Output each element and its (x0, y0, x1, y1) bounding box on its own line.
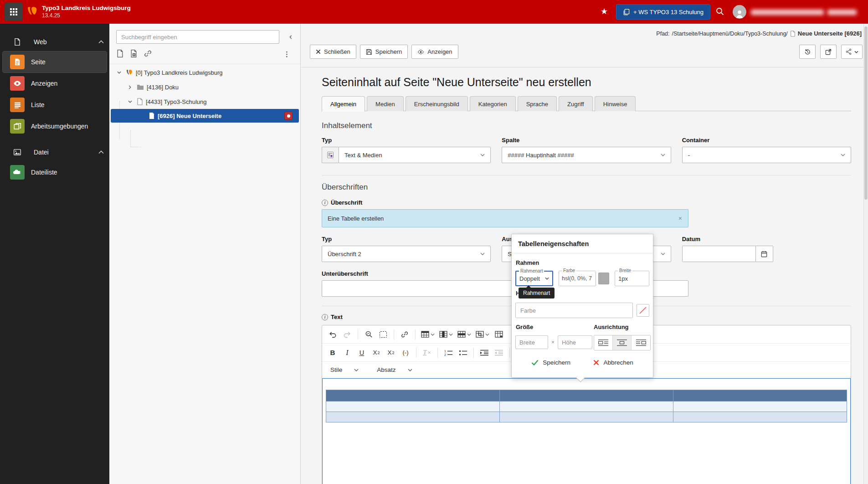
border-style-select[interactable]: Rahmenart Doppelt (515, 271, 553, 286)
breadcrumb-path-label: Pfad: (656, 31, 669, 37)
numbered-list-icon[interactable]: 12 (442, 346, 455, 360)
tree-item-doku[interactable]: [4136] Doku (109, 80, 300, 94)
info-icon[interactable]: i (322, 200, 328, 206)
sidebar-section-datei[interactable]: Datei (0, 143, 109, 161)
underline-icon[interactable]: U (355, 346, 369, 360)
width-input[interactable] (515, 335, 548, 349)
open-in-new-window-button[interactable] (820, 45, 837, 59)
align-table-right-icon[interactable] (632, 335, 650, 350)
remove-format-icon[interactable]: T✕ (420, 346, 434, 360)
select-all-icon[interactable] (376, 328, 390, 341)
typ2-label: Typ (322, 236, 491, 242)
tree-search-input[interactable] (116, 30, 279, 44)
popup-cancel-button[interactable]: Abbrechen (593, 359, 633, 366)
tree-item-root[interactable]: [0] Typo3 Landkreis Ludwigsburg (109, 65, 300, 80)
user-name-redacted[interactable] (751, 10, 824, 15)
user-name-redacted-2 (827, 10, 857, 15)
bold-icon[interactable]: B (326, 346, 339, 360)
find-replace-icon[interactable] (362, 328, 375, 341)
new-page-icon[interactable] (116, 49, 124, 58)
container-select[interactable]: - (682, 147, 851, 163)
tab-hinweise[interactable]: Hinweise (595, 96, 636, 111)
insert-table-icon[interactable] (419, 328, 437, 341)
superscript-icon[interactable]: X2 (384, 346, 398, 360)
scrollbar-thumb[interactable] (864, 26, 868, 200)
view-button[interactable]: Anzeigen (411, 45, 458, 59)
history-button[interactable] (799, 45, 816, 59)
sidebar-item-liste[interactable]: Liste (3, 94, 107, 115)
tab-allgemein[interactable]: Allgemein (322, 96, 365, 112)
undo-icon[interactable] (326, 328, 339, 341)
indent-icon[interactable] (478, 346, 491, 360)
record-open-indicator-icon[interactable] (284, 112, 293, 120)
tab-medien[interactable]: Medien (367, 96, 404, 111)
tree-item-neue-unterseite[interactable]: [6926] Neue Unterseite (111, 109, 299, 123)
chevron-down-icon[interactable] (116, 71, 122, 74)
share-button[interactable] (841, 45, 863, 59)
border-width-field[interactable]: Breite 1px (615, 271, 649, 286)
typ-select[interactable]: Text & Medien (339, 147, 491, 163)
sidebar-item-anzeigen[interactable]: Anzeigen (3, 73, 107, 94)
new-page-drag-icon[interactable] (130, 49, 138, 58)
bulleted-list-icon[interactable] (456, 346, 470, 360)
datum-input[interactable] (682, 246, 756, 262)
info-icon[interactable]: i (322, 314, 328, 320)
user-avatar[interactable] (733, 5, 746, 19)
insert-link-icon[interactable] (398, 328, 411, 341)
vertical-scrollbar[interactable] (863, 24, 868, 484)
workspace-button[interactable]: + WS TYPO3 13 Schulung (616, 4, 710, 20)
tab-erscheinungsbild[interactable]: Erscheinungsbild (406, 96, 468, 111)
content-table[interactable] (326, 390, 847, 422)
border-color-swatch[interactable] (598, 273, 609, 284)
save-button[interactable]: Speichern (360, 45, 408, 59)
chevron-right-icon[interactable] (127, 85, 133, 89)
tree-item-typo3-schulung[interactable]: [4433] Typo3-Schulung (109, 94, 300, 109)
height-input[interactable] (558, 335, 592, 349)
chevron-down-icon[interactable] (127, 100, 133, 103)
person-icon (734, 9, 745, 19)
ueberschrift-input[interactable] (322, 209, 688, 227)
typo3-logo-icon[interactable] (26, 5, 38, 17)
sidebar-item-dateiliste[interactable]: Dateiliste (3, 162, 107, 183)
sidebar-item-seite[interactable]: Seite (3, 51, 107, 72)
merge-cells-icon[interactable] (474, 328, 491, 341)
align-table-left-icon[interactable] (594, 335, 613, 350)
redo-icon[interactable] (340, 328, 354, 341)
table-row[interactable] (326, 412, 847, 422)
sidebar-item-arbeitsumgebungen[interactable]: Arbeitsumgebungen (3, 116, 107, 137)
tab-sprache[interactable]: Sprache (518, 96, 557, 111)
background-color-input[interactable] (515, 303, 633, 318)
module-menu-button[interactable] (5, 3, 23, 21)
table-row[interactable] (326, 402, 847, 412)
tree-item-neue-unterseite-label: [6926] Neue Unterseite (158, 113, 221, 119)
calendar-button[interactable] (756, 246, 773, 262)
styles-dropdown[interactable]: Stile (326, 363, 363, 377)
size-group-label: Größe (516, 324, 533, 330)
collapse-tree-icon[interactable]: ‹ (289, 32, 292, 41)
tab-kategorien[interactable]: Kategorien (470, 96, 516, 111)
rte-editing-area[interactable] (322, 378, 851, 484)
table-column-icon[interactable] (437, 328, 455, 341)
ueberschrift-typ-select[interactable]: Überschrift 2 (322, 246, 491, 262)
outdent-icon[interactable] (492, 346, 506, 360)
close-button[interactable]: Schließen (310, 45, 356, 59)
tab-zugriff[interactable]: Zugriff (559, 96, 593, 111)
favorites-star-icon[interactable]: ★ (601, 6, 608, 16)
paragraph-format-dropdown[interactable]: Absatz (372, 363, 416, 377)
table-row-icon[interactable] (456, 328, 473, 341)
align-table-center-icon[interactable] (613, 335, 632, 350)
subscript-icon[interactable]: X2 (370, 346, 383, 360)
clear-input-icon[interactable]: × (678, 215, 682, 222)
search-icon[interactable] (715, 7, 724, 16)
sidebar-section-web[interactable]: Web (0, 33, 109, 51)
color-none-swatch[interactable] (637, 304, 649, 317)
soft-hyphen-icon[interactable]: (-) (399, 346, 412, 360)
link-icon[interactable] (144, 49, 152, 58)
popup-save-button[interactable]: Speichern (531, 359, 570, 366)
spalte-select[interactable]: ##### Hauptinhalt ##### (502, 147, 671, 163)
table-properties-icon[interactable] (492, 328, 506, 341)
italic-icon[interactable]: I (340, 346, 354, 360)
table-header-row[interactable] (326, 390, 847, 402)
page-module-icon (10, 55, 25, 69)
tree-menu-kebab-icon[interactable]: ⋮ (283, 50, 290, 58)
